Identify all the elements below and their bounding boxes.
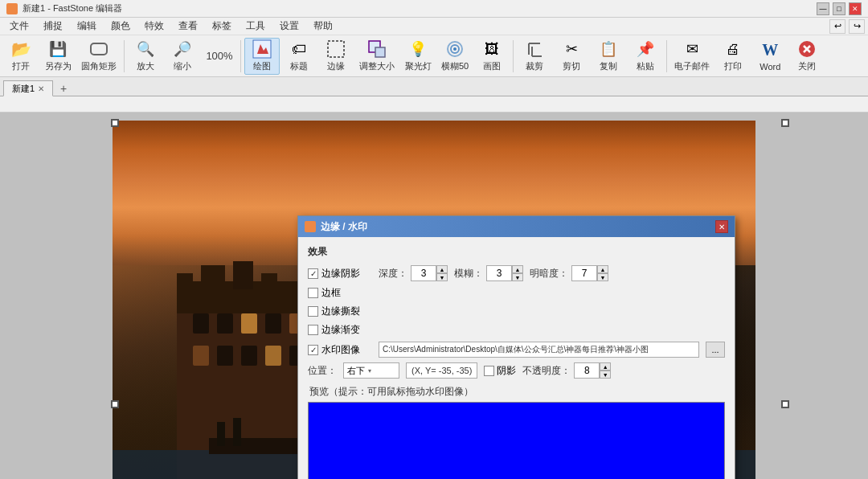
main-content: 边缘 / 水印 ✕ 效果 边缘阴影 深度： ▲ ▼ bbox=[0, 113, 868, 479]
dialog-icon bbox=[305, 221, 316, 232]
menu-capture[interactable]: 捕捉 bbox=[37, 18, 69, 35]
word-label: Word bbox=[760, 62, 780, 72]
zoom-percent-button[interactable]: 100% bbox=[202, 38, 237, 75]
tag-button[interactable]: 🏷 标题 bbox=[281, 38, 317, 75]
dialog-close-button[interactable]: ✕ bbox=[715, 220, 728, 233]
tab-new1[interactable]: 新建1 ✕ bbox=[3, 80, 53, 96]
position-select[interactable]: 右下 ▾ bbox=[343, 362, 399, 379]
picture-button[interactable]: 🖼 画图 bbox=[474, 38, 510, 75]
menu-tags[interactable]: 标签 bbox=[206, 18, 238, 35]
tab-close-button[interactable]: ✕ bbox=[38, 84, 44, 93]
darkness-up[interactable]: ▲ bbox=[597, 265, 608, 273]
blur-input[interactable] bbox=[486, 265, 512, 281]
watermark-row: 水印图像 C:\Users\Administrator\Desktop\自媒体\… bbox=[308, 342, 725, 358]
handle-bottom-right[interactable] bbox=[781, 400, 789, 408]
undo-button[interactable]: ↩ bbox=[829, 19, 845, 34]
watermark-checkbox[interactable] bbox=[308, 345, 318, 355]
save-as-button[interactable]: 💾 另存为 bbox=[40, 38, 76, 75]
browse-button[interactable]: ... bbox=[706, 342, 725, 358]
blur-button[interactable]: 横糊50 bbox=[437, 38, 473, 75]
window-title: 新建1 - FastStone 编辑器 bbox=[23, 2, 122, 14]
edge-button[interactable]: 边缘 bbox=[318, 38, 354, 75]
maximize-button[interactable]: □ bbox=[833, 2, 845, 15]
shadow-checkbox[interactable] bbox=[308, 268, 318, 279]
blur-spin-buttons: ▲ ▼ bbox=[512, 265, 523, 281]
crop-button[interactable]: 裁剪 bbox=[517, 38, 552, 75]
handle-bottom-left[interactable] bbox=[111, 400, 119, 408]
blur-up[interactable]: ▲ bbox=[512, 265, 523, 273]
darkness-input[interactable] bbox=[571, 265, 597, 281]
opacity-input[interactable] bbox=[574, 362, 600, 379]
preview-area[interactable]: 神 bbox=[308, 402, 725, 479]
menu-color[interactable]: 颜色 bbox=[104, 18, 137, 35]
handle-top-left[interactable] bbox=[111, 119, 119, 127]
dialog-title-text: 边缘 / 水印 bbox=[321, 220, 367, 234]
sep3 bbox=[513, 40, 514, 72]
fade-label: 边缘渐变 bbox=[321, 323, 360, 337]
svg-rect-18 bbox=[265, 313, 281, 334]
spotlight-button[interactable]: 💡 聚光灯 bbox=[400, 38, 436, 75]
redo-button[interactable]: ↪ bbox=[849, 19, 865, 34]
menu-help[interactable]: 帮助 bbox=[307, 18, 339, 35]
copy-button[interactable]: 📋 复制 bbox=[591, 38, 626, 75]
paste-button[interactable]: 📌 粘贴 bbox=[628, 38, 663, 75]
fade-checkbox[interactable] bbox=[308, 325, 318, 335]
toolbar: 📂 打开 💾 另存为 圆角矩形 🔍 放大 🔎 缩小 100% 绘图 🏷 标题 bbox=[0, 35, 868, 77]
depth-down[interactable]: ▼ bbox=[436, 273, 448, 281]
round-rect-button[interactable]: 圆角矩形 bbox=[77, 38, 121, 75]
print-button[interactable]: 🖨 打印 bbox=[715, 38, 751, 75]
zoom-in-button[interactable]: 🔍 放大 bbox=[128, 38, 163, 75]
open-button[interactable]: 📂 打开 bbox=[3, 38, 39, 75]
email-label: 电子邮件 bbox=[674, 60, 710, 72]
depth-up[interactable]: ▲ bbox=[436, 265, 448, 273]
close-button[interactable]: 关闭 bbox=[789, 38, 825, 75]
menu-file[interactable]: 文件 bbox=[3, 18, 35, 35]
edge-icon bbox=[326, 39, 346, 59]
minimize-button[interactable]: — bbox=[817, 2, 829, 15]
draw-button[interactable]: 绘图 bbox=[244, 38, 280, 75]
opacity-up[interactable]: ▲ bbox=[600, 362, 611, 371]
blur-down[interactable]: ▼ bbox=[512, 273, 523, 281]
watermark-checkbox-label[interactable]: 水印图像 bbox=[308, 343, 372, 357]
cut-button[interactable]: ✂ 剪切 bbox=[554, 38, 589, 75]
menu-tools[interactable]: 工具 bbox=[240, 18, 272, 35]
position-dropdown-arrow: ▾ bbox=[368, 367, 371, 375]
depth-param: 深度： ▲ ▼ bbox=[379, 265, 448, 281]
shadow-checkbox-label[interactable]: 边缘阴影 bbox=[308, 267, 372, 280]
svg-rect-17 bbox=[241, 313, 257, 334]
torn-checkbox-label[interactable]: 边缘撕裂 bbox=[308, 305, 372, 318]
zoom-out-icon: 🔎 bbox=[173, 40, 192, 59]
email-button[interactable]: ✉ 电子邮件 bbox=[670, 38, 714, 75]
zoom-out-button[interactable]: 🔎 缩小 bbox=[165, 38, 200, 75]
opacity-spinbox: ▲ ▼ bbox=[574, 362, 611, 379]
torn-checkbox[interactable] bbox=[308, 306, 318, 317]
new-tab-button[interactable]: + bbox=[56, 81, 71, 96]
tag-label: 标题 bbox=[290, 60, 308, 72]
close-window-button[interactable]: ✕ bbox=[849, 2, 862, 15]
opacity-label: 不透明度： bbox=[522, 364, 571, 378]
word-button[interactable]: W Word bbox=[752, 38, 788, 75]
handle-top-right[interactable] bbox=[781, 119, 789, 127]
position-value: 右下 bbox=[347, 365, 365, 377]
svg-rect-49 bbox=[217, 422, 225, 446]
zoom-percent-icon: 100% bbox=[210, 47, 229, 66]
opacity-down[interactable]: ▼ bbox=[600, 371, 611, 379]
menu-effects[interactable]: 特效 bbox=[138, 18, 170, 35]
darkness-param: 明暗度： ▲ ▼ bbox=[530, 265, 608, 281]
menu-edit[interactable]: 编辑 bbox=[71, 18, 103, 35]
fade-checkbox-label[interactable]: 边缘渐变 bbox=[308, 323, 372, 337]
dialog-body: 效果 边缘阴影 深度： ▲ ▼ bbox=[298, 237, 735, 479]
border-checkbox-label[interactable]: 边框 bbox=[308, 286, 372, 300]
menu-settings[interactable]: 设置 bbox=[273, 18, 305, 35]
print-icon: 🖨 bbox=[723, 40, 743, 59]
opacity-spin-buttons: ▲ ▼ bbox=[600, 362, 611, 379]
border-checkbox[interactable] bbox=[308, 288, 318, 298]
close-label: 关闭 bbox=[798, 60, 816, 72]
resize-button[interactable]: 调整大小 bbox=[355, 38, 399, 75]
darkness-down[interactable]: ▼ bbox=[597, 273, 608, 281]
depth-input[interactable] bbox=[411, 265, 436, 281]
svg-rect-44 bbox=[201, 265, 225, 289]
effect-row-border: 边框 bbox=[308, 286, 725, 300]
menu-view[interactable]: 查看 bbox=[172, 18, 204, 35]
pos-shadow-checkbox[interactable] bbox=[484, 366, 494, 376]
